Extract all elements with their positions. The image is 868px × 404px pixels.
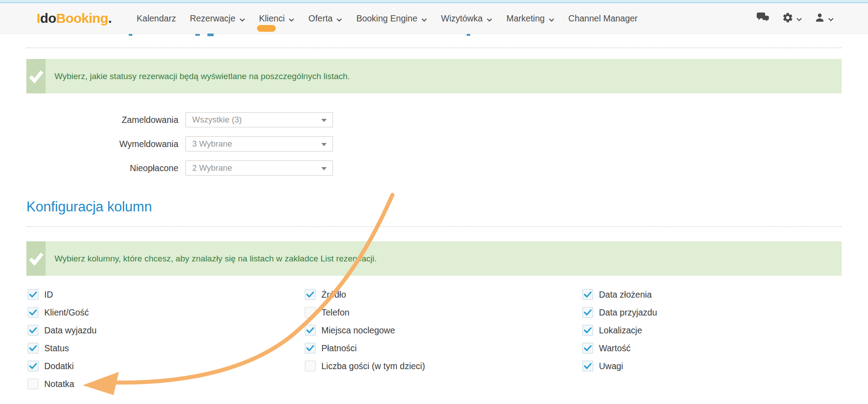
checkbox-label: Notatka [44, 379, 74, 389]
chevron-down-icon [486, 14, 493, 24]
form-row-wymeldowania: Wymeldowania 3 Wybrane [26, 136, 842, 152]
checkbox[interactable] [582, 289, 593, 300]
checkbox-label: Miejsca noclegowe [321, 325, 395, 336]
checkbox-label: Płatności [321, 343, 357, 354]
nav-item-rezerwacje[interactable]: Rezerwacje [190, 13, 245, 24]
checkbox-row-status[interactable]: Status [28, 343, 305, 354]
zameldowania-select[interactable]: Wszystkie (3) [185, 112, 333, 127]
field-label: Zameldowania [26, 115, 185, 125]
checkbox-column-3: Data złożenia Data przyjazdu Lokalizacje… [582, 289, 842, 396]
checkbox[interactable] [582, 343, 593, 354]
checkbox-row-id[interactable]: ID [28, 289, 305, 300]
user-menu-button[interactable] [814, 12, 834, 25]
user-icon [814, 12, 825, 25]
settings-icon [782, 12, 793, 25]
banner-message: Wybierz kolumny, które chcesz, aby znala… [46, 241, 386, 276]
checkbox-row-telefon[interactable]: Telefon [305, 307, 582, 318]
logo-part: do [40, 11, 56, 25]
select-value: 2 Wybrane [192, 163, 232, 173]
checkbox-row-platnosci[interactable]: Płatności [305, 343, 582, 354]
nav-menu: Kalendarz Rezerwacje Klienci Oferta Book… [137, 13, 638, 24]
nieoplacone-select[interactable]: 2 Wybrane [185, 160, 333, 176]
checkbox-row-lokalizacje[interactable]: Lokalizacje [582, 325, 842, 336]
section-title-konfiguracja-kolumn: Konfiguracja kolumn [26, 199, 842, 215]
header-icon-group [756, 12, 834, 25]
main-navigation-bar: IdoBooking. Kalendarz Rezerwacje Klienci… [0, 3, 868, 34]
checkbox[interactable] [582, 361, 593, 371]
checkbox[interactable] [28, 343, 38, 354]
top-strip [0, 0, 868, 3]
checkbox-row-wartosc[interactable]: Wartość [582, 343, 842, 354]
checkbox[interactable] [28, 289, 38, 300]
checkbox-label: ID [44, 290, 53, 300]
nav-item-kalendarz[interactable]: Kalendarz [137, 13, 176, 24]
checkbox[interactable] [305, 361, 316, 371]
wymeldowania-select[interactable]: 3 Wybrane [185, 136, 333, 152]
checkbox-column-2: Źródło Telefon Miejsca noclegowe Płatnoś… [305, 289, 582, 396]
checkbox-label: Klient/Gość [44, 307, 89, 318]
checkbox-label: Data złożenia [599, 290, 652, 300]
nav-item-label: Rezerwacje [190, 13, 236, 24]
section-divider [26, 226, 842, 227]
nav-item-channel-manager[interactable]: Channel Manager [569, 13, 638, 24]
checkbox-label: Telefon [321, 307, 350, 318]
caret-down-icon [321, 143, 327, 146]
checkbox[interactable] [28, 361, 38, 371]
nav-item-klienci[interactable]: Klienci [259, 13, 295, 24]
chevron-down-icon [828, 15, 834, 23]
caret-down-icon [321, 119, 327, 122]
info-banner-statuses: Wybierz, jakie statusy rezerwacji będą w… [26, 59, 842, 93]
select-value: 3 Wybrane [192, 139, 232, 149]
nav-item-oferta[interactable]: Oferta [308, 13, 342, 24]
checkbox[interactable] [305, 289, 316, 300]
checkbox-label: Wartość [599, 343, 631, 354]
banner-checkmark-icon [26, 59, 46, 93]
checkbox-row-dodatki[interactable]: Dodatki [28, 361, 305, 371]
select-value: Wszystkie (3) [192, 115, 242, 125]
checkbox-row-klient-gosc[interactable]: Klient/Gość [28, 307, 305, 318]
checkbox-row-zrodlo[interactable]: Źródło [305, 289, 582, 300]
scrolled-content-fragment [195, 34, 200, 36]
checkbox-row-data-zlozenia[interactable]: Data złożenia [582, 289, 842, 300]
form-row-nieoplacone: Nieopłacone 2 Wybrane [26, 160, 842, 176]
checkbox-row-data-wyjazdu[interactable]: Data wyjazdu [28, 325, 305, 336]
scrolled-content-fragment [467, 34, 470, 36]
checkbox[interactable] [28, 325, 38, 336]
settings-button[interactable] [782, 12, 802, 25]
nav-item-label: Klienci [259, 13, 285, 24]
checkbox-row-notatka[interactable]: Notatka [28, 379, 305, 389]
checkbox[interactable] [305, 343, 316, 354]
checkbox[interactable] [28, 379, 38, 389]
form-row-zameldowania: Zameldowania Wszystkie (3) [26, 112, 842, 127]
chevron-down-icon [548, 14, 555, 24]
checkbox-row-liczba-gosci[interactable]: Liczba gości (w tym dzieci) [305, 361, 582, 371]
checkbox-label: Źródło [321, 290, 346, 300]
caret-down-icon [321, 167, 327, 170]
chevron-down-icon [421, 14, 427, 24]
nav-item-label: Wizytówka [441, 13, 483, 24]
checkbox[interactable] [582, 307, 593, 318]
column-checkbox-grid: ID Klient/Gość Data wyjazdu Status Dodat… [26, 289, 842, 396]
messages-button[interactable] [756, 12, 770, 25]
checkbox-row-miejsca-noclegowe[interactable]: Miejsca noclegowe [305, 325, 582, 336]
checkbox[interactable] [305, 307, 316, 318]
idobooking-logo[interactable]: IdoBooking. [37, 11, 112, 26]
nav-item-marketing[interactable]: Marketing [506, 13, 555, 24]
checkbox[interactable] [305, 325, 316, 336]
nav-item-booking-engine[interactable]: Booking Engine [356, 13, 427, 24]
checkbox[interactable] [28, 307, 38, 318]
field-label: Wymeldowania [26, 139, 185, 149]
checkbox-row-data-przyjazdu[interactable]: Data przyjazdu [582, 307, 842, 318]
checkbox[interactable] [582, 325, 593, 336]
chevron-down-icon [336, 14, 342, 24]
checkbox-label: Lokalizacje [599, 325, 642, 336]
banner-checkmark-icon [26, 241, 46, 276]
checkbox-column-1: ID Klient/Gość Data wyjazdu Status Dodat… [26, 289, 305, 396]
checkbox-label: Data przyjazdu [599, 307, 657, 318]
checkbox-label: Status [44, 343, 69, 354]
field-label: Nieopłacone [26, 163, 185, 173]
logo-part: I [37, 11, 40, 25]
nav-item-wizytowka[interactable]: Wizytówka [441, 13, 493, 24]
info-banner-columns: Wybierz kolumny, które chcesz, aby znala… [26, 241, 842, 276]
checkbox-row-uwagi[interactable]: Uwagi [582, 361, 842, 371]
